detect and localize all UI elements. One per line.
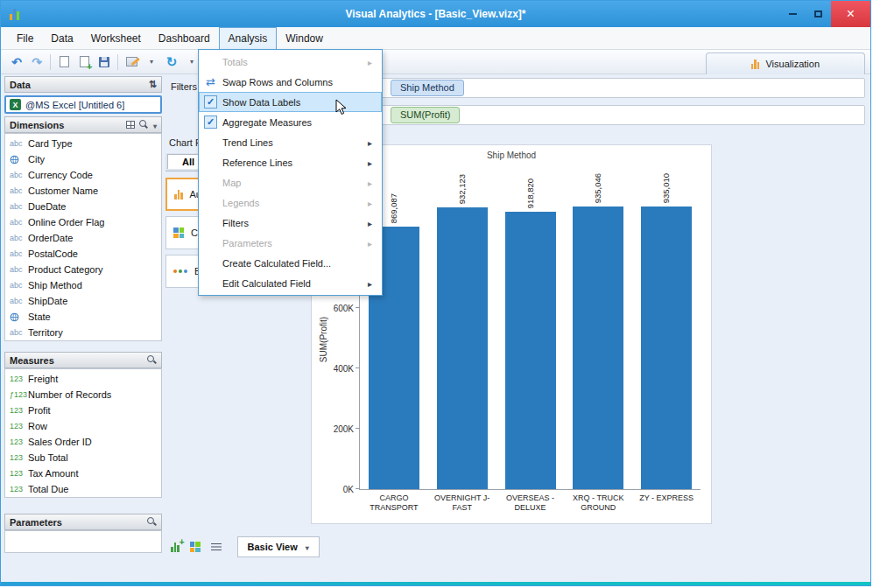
dimension-item-orderdate[interactable]: abcOrderDate [5,230,161,246]
dimension-item-currency-code[interactable]: abcCurrency Code [5,167,161,183]
sort-updown-icon[interactable] [149,79,157,90]
menu-dashboard[interactable]: Dashboard [150,27,219,49]
datasource-item[interactable]: @MS Excel [Untitled 6] [4,95,162,114]
dimension-item-duedate[interactable]: abcDueDate [5,199,161,214]
data-tools-caret-icon[interactable] [144,53,158,71]
dimension-item-state[interactable]: State [5,309,161,325]
columns-pill[interactable]: Ship Method [391,80,464,96]
measure-item-row[interactable]: 123Row [5,418,161,434]
menu-item-swap-rows-and-columns[interactable]: Swap Rows and Columns [199,72,382,92]
rows-pill[interactable]: SUM(Profit) [391,107,460,123]
toolbar: Visualization [1,50,870,74]
redo-button[interactable] [30,53,44,71]
menu-data[interactable]: Data [42,27,81,49]
measure-item-profit[interactable]: 123Profit [5,402,161,418]
save-icon[interactable] [99,57,109,67]
dimension-item-shipdate[interactable]: abcShipDate [5,293,161,309]
menu-item-parameters[interactable]: Parameters [199,233,382,253]
menu-bar: FileDataWorksheetDashboardAnalysisWindow [1,27,870,50]
dimension-item-ship-method[interactable]: abcShip Method [5,277,161,293]
abc-icon: abc [9,139,28,148]
dimension-item-city[interactable]: City [5,151,161,167]
menu-item-trend-lines[interactable]: Trend Lines [199,132,382,152]
search-dimensions-icon[interactable] [139,120,149,130]
globe-icon [9,312,28,322]
visualization-tab[interactable]: Visualization [706,52,865,74]
menu-item-show-data-labels[interactable]: Show Data Labels [199,92,382,112]
new-dashboard-icon[interactable] [190,542,201,552]
abc-icon: abc [9,171,28,179]
new-worksheet-icon[interactable] [171,542,180,552]
dimension-item-online-order-flag[interactable]: abcOnline Order Flag [5,214,161,230]
menu-item-aggregate-measures[interactable]: Aggregate Measures [199,112,382,132]
fnum-icon: ƒ123 [9,390,28,399]
add-sheet-button[interactable] [80,56,89,67]
measure-item-sales-order-id[interactable]: 123Sales Order ID [5,434,161,450]
submenu-arrow-icon [368,178,378,188]
new-worksheet-button[interactable] [60,56,69,67]
menu-item-gutter [199,273,222,293]
sheet-list-icon[interactable] [211,542,222,552]
dimension-item-card-type[interactable]: abcCard Type [5,136,161,151]
menu-item-map[interactable]: Map [199,172,382,192]
dimensions-caret-icon[interactable] [153,120,157,130]
checked-checkbox-icon [204,116,217,129]
dimension-item-postalcode[interactable]: abcPostalCode [5,246,161,262]
y-axis-tick-mark [356,307,360,308]
menu-item-filters[interactable]: Filters [199,213,382,233]
data-tools-icon[interactable] [126,57,137,66]
menu-item-create-calculated-field[interactable]: Create Calculated Field... [199,253,382,273]
bar-xrq-truck-ground[interactable] [573,206,623,489]
search-measures-icon[interactable] [147,355,157,365]
dimension-label: ShipDate [28,296,67,306]
window-controls [780,1,870,27]
measure-item-tax-amount[interactable]: 123Tax Amount [5,466,161,481]
menu-window[interactable]: Window [277,27,332,49]
dimension-label: OrderDate [28,233,73,243]
abc-icon: abc [9,202,28,211]
menu-item-legends[interactable]: Legends [199,192,382,213]
refresh-caret-icon[interactable] [185,53,199,71]
y-axis-label: SUM(Profit) [319,304,329,374]
menu-item-label: Show Data Labels [222,97,378,108]
menu-item-reference-lines[interactable]: Reference Lines [199,152,382,172]
num-icon: 123 [9,485,28,494]
submenu-arrow-icon [368,137,378,148]
menu-item-gutter [199,253,222,273]
menu-item-edit-calculated-field[interactable]: Edit Calculated Field [199,273,382,293]
undo-button[interactable] [10,53,24,71]
minimize-button[interactable] [780,1,806,27]
measure-item-total-due[interactable]: 123Total Due [5,481,161,497]
dimension-item-customer-name[interactable]: abcCustomer Name [5,183,161,199]
rows-shelf[interactable]: SUM(Profit) [376,105,865,125]
dimension-label: State [28,312,51,322]
tab-caret-icon[interactable] [306,542,309,552]
measure-item-freight[interactable]: 123Freight [5,371,161,387]
dimension-label: DueDate [28,201,66,212]
bar-zy-express[interactable] [641,206,692,489]
menu-item-totals[interactable]: Totals [199,52,382,72]
menu-item-label: Totals [222,57,368,67]
dimension-item-territory[interactable]: abcTerritory [5,325,161,340]
search-parameters-icon[interactable] [147,517,157,527]
view-grid-icon[interactable] [126,121,135,129]
bar-overnight-j-fast[interactable] [437,207,488,489]
measure-item-number-of-records[interactable]: ƒ123Number of Records [5,387,161,402]
dimension-label: Ship Method [28,280,82,290]
columns-shelf[interactable]: Ship Method [376,78,865,98]
menu-worksheet[interactable]: Worksheet [82,27,150,49]
measure-item-sub-total[interactable]: 123Sub Total [5,450,161,466]
toolbar-separator [117,54,118,70]
maximize-button[interactable] [806,1,831,27]
menu-file[interactable]: File [8,27,42,49]
refresh-button[interactable] [165,53,179,71]
menu-analysis[interactable]: Analysis [219,27,278,49]
y-axis-tick-label: 200K [334,424,354,434]
tab-basic-view[interactable]: Basic View [237,536,320,557]
bar-overseas-deluxe[interactable] [505,212,556,489]
app-window: Visual Analytics - [Basic_View.vizx]* Fi… [0,0,871,586]
dimension-item-product-category[interactable]: abcProduct Category [5,262,161,277]
close-button[interactable] [831,1,870,27]
dimension-label: Territory [28,327,63,338]
menu-item-label: Legends [222,198,368,208]
